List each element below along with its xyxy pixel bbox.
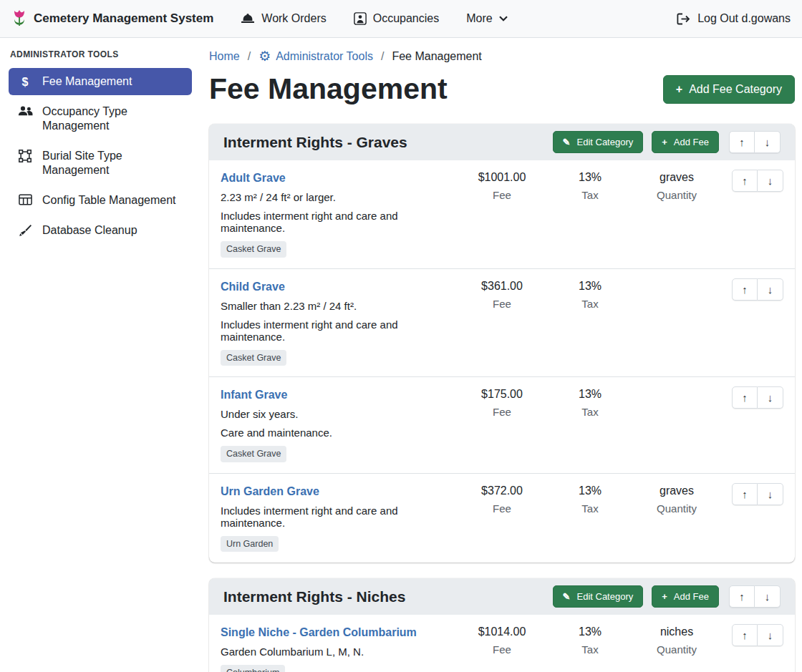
- add-fee-category-label: Add Fee Category: [689, 83, 782, 96]
- fee-description: Includes interment right and care and ma…: [221, 318, 451, 343]
- move-fee-down-button[interactable]: ↓: [758, 170, 783, 192]
- vector-square-icon: [17, 150, 33, 162]
- fee-name-link[interactable]: Child Grave: [221, 281, 285, 293]
- add-fee-label: Add Fee: [674, 591, 709, 602]
- edit-category-button[interactable]: ✎ Edit Category: [553, 585, 644, 608]
- fee-row: Adult Grave 2.23 m² / 24 ft² or larger.I…: [209, 160, 795, 268]
- admin-sidebar: ADMINISTRATOR TOOLS $ Fee Management Occ…: [0, 38, 200, 672]
- tulip-logo-icon: [11, 9, 27, 29]
- people-icon: [17, 105, 33, 117]
- fee-label: Fee: [458, 298, 546, 310]
- quantity-value: niches: [634, 625, 719, 638]
- plus-icon: +: [662, 592, 667, 601]
- breadcrumb-admin-tools-link[interactable]: ⚙ Administrator Tools: [259, 49, 373, 63]
- fee-name-link[interactable]: Infant Grave: [221, 389, 287, 401]
- move-fee-up-button[interactable]: ↑: [732, 624, 758, 646]
- pencil-icon: ✎: [563, 592, 571, 601]
- arrow-up-icon: ↑: [742, 488, 748, 500]
- fee-column: $361.00 Fee: [458, 278, 546, 310]
- move-fee-up-button[interactable]: ↑: [732, 170, 758, 192]
- nav-item-occupancies[interactable]: Occupancies: [354, 12, 440, 25]
- fee-info: Infant Grave Under six years.Care and ma…: [221, 386, 458, 462]
- fee-badge: Casket Grave: [221, 241, 286, 258]
- arrow-up-icon: ↑: [742, 175, 748, 187]
- quantity-column: graves Quantity: [634, 170, 719, 201]
- add-fee-button[interactable]: + Add Fee: [652, 131, 719, 153]
- plus-icon: +: [676, 84, 682, 95]
- fee-description: Includes interment right and care and ma…: [221, 505, 451, 529]
- quantity-column: niches Quantity: [634, 624, 719, 656]
- sidebar-item-burial-site-type-management[interactable]: Burial Site Type Management: [9, 142, 192, 184]
- sidebar-item-database-cleanup[interactable]: Database Cleanup: [9, 217, 192, 244]
- fee-amount: $1001.00: [458, 171, 546, 184]
- sidebar-item-config-table-management[interactable]: Config Table Management: [9, 187, 192, 214]
- tax-amount: 13%: [556, 625, 624, 638]
- move-fee-down-button[interactable]: ↓: [758, 278, 783, 301]
- fee-reorder-buttons: ↑ ↓: [732, 483, 783, 505]
- breadcrumb-home-link[interactable]: Home: [209, 50, 240, 63]
- plus-icon: +: [662, 137, 667, 147]
- move-fee-up-button[interactable]: ↑: [732, 483, 758, 505]
- tax-amount: 13%: [556, 484, 624, 497]
- logout-label: Log Out d.gowans: [697, 12, 791, 25]
- tax-label: Tax: [556, 406, 624, 418]
- move-fee-up-button[interactable]: ↑: [732, 278, 758, 301]
- move-category-up-button[interactable]: ↑: [729, 131, 755, 153]
- fee-amount: $372.00: [458, 484, 546, 497]
- edit-category-label: Edit Category: [576, 591, 633, 602]
- tax-label: Tax: [556, 189, 624, 201]
- tax-label: Tax: [556, 502, 624, 515]
- move-fee-down-button[interactable]: ↓: [758, 624, 783, 646]
- top-navbar: Cemetery Management System Work Orders: [0, 0, 802, 38]
- fee-name-link[interactable]: Urn Garden Grave: [221, 485, 319, 498]
- sidebar-item-label: Occupancy Type Management: [42, 104, 183, 133]
- fee-label: Fee: [458, 189, 546, 201]
- person-frame-icon: [354, 12, 367, 25]
- fee-badge-wrap: Casket Grave: [221, 241, 451, 258]
- fee-description: Smaller than 2.23 m² / 24 ft².: [221, 300, 451, 312]
- add-fee-button[interactable]: + Add Fee: [652, 585, 719, 608]
- nav-item-work-orders[interactable]: Work Orders: [241, 12, 326, 25]
- fee-badge-wrap: Urn Garden: [221, 536, 451, 552]
- category-list: Interment Rights - Graves ✎ Edit Categor…: [209, 124, 795, 672]
- move-fee-up-button[interactable]: ↑: [732, 386, 758, 409]
- fee-name-link[interactable]: Adult Grave: [221, 172, 286, 185]
- fee-reorder-buttons: ↑ ↓: [732, 278, 783, 301]
- main-nav: Work Orders Occupancies More: [241, 12, 507, 25]
- app-brand[interactable]: Cemetery Management System: [11, 9, 213, 29]
- arrow-up-icon: ↑: [739, 136, 745, 148]
- add-fee-category-button[interactable]: + Add Fee Category: [663, 75, 795, 104]
- sidebar-item-fee-management[interactable]: $ Fee Management: [9, 68, 192, 95]
- dollar-icon: $: [17, 75, 33, 89]
- category-body: Adult Grave 2.23 m² / 24 ft² or larger.I…: [209, 160, 795, 563]
- edit-category-button[interactable]: ✎ Edit Category: [553, 131, 644, 153]
- sidebar-item-occupancy-type-management[interactable]: Occupancy Type Management: [9, 98, 192, 140]
- breadcrumb-separator: /: [381, 50, 384, 63]
- move-fee-down-button[interactable]: ↓: [758, 386, 783, 409]
- logout-button[interactable]: Log Out d.gowans: [677, 12, 791, 25]
- move-category-down-button[interactable]: ↓: [755, 131, 781, 153]
- tax-amount: 13%: [556, 171, 624, 184]
- nav-label: Work Orders: [261, 12, 326, 25]
- fee-info: Adult Grave 2.23 m² / 24 ft² or larger.I…: [221, 170, 458, 258]
- fee-name-link[interactable]: Single Niche - Garden Columbarium: [221, 626, 417, 639]
- edit-category-label: Edit Category: [576, 137, 633, 147]
- quantity-label: Quantity: [634, 189, 719, 201]
- hard-hat-icon: [241, 13, 255, 24]
- move-fee-down-button[interactable]: ↓: [758, 483, 783, 505]
- arrow-down-icon: ↓: [768, 175, 773, 187]
- arrow-up-icon: ↑: [742, 283, 748, 296]
- move-category-down-button[interactable]: ↓: [755, 585, 781, 608]
- category-title: Interment Rights - Niches: [223, 588, 544, 605]
- tax-label: Tax: [556, 643, 624, 656]
- fee-descriptions: Includes interment right and care and ma…: [221, 505, 451, 529]
- move-category-up-button[interactable]: ↑: [729, 585, 755, 608]
- quantity-label: Quantity: [634, 502, 719, 515]
- quantity-column: graves Quantity: [634, 483, 719, 515]
- quantity-label: Quantity: [634, 643, 719, 656]
- nav-item-more[interactable]: More: [466, 12, 507, 25]
- fee-badge: Casket Grave: [221, 446, 286, 462]
- arrow-down-icon: ↓: [768, 488, 773, 500]
- fee-column: $1001.00 Fee: [458, 170, 546, 201]
- fee-description: Care and maintenance.: [221, 427, 451, 439]
